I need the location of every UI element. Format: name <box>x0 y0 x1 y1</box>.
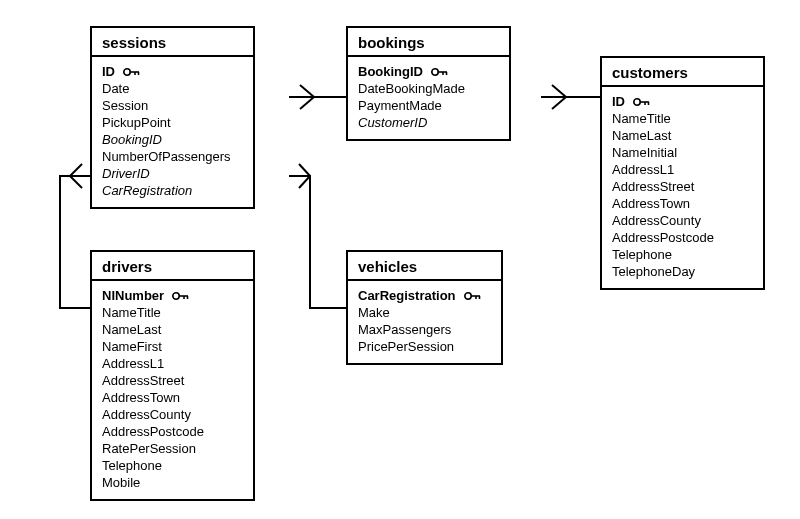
svg-line-1 <box>300 85 314 97</box>
field-addresstown: AddressTown <box>102 389 243 406</box>
field-addressl1: AddressL1 <box>102 355 243 372</box>
relationship-bookings-customers <box>541 85 600 109</box>
key-icon <box>431 67 449 77</box>
field-driverid: DriverID <box>102 165 243 182</box>
key-icon <box>464 291 482 301</box>
field-telephone: Telephone <box>102 457 243 474</box>
svg-point-22 <box>173 292 179 298</box>
field-nametitle: NameTitle <box>612 110 753 127</box>
relationship-sessions-drivers <box>60 164 90 308</box>
field-telephoneday: TelephoneDay <box>612 263 753 280</box>
entity-bookings: bookings BookingID DateBookingMade Payme… <box>346 26 511 141</box>
field-addressstreet: AddressStreet <box>612 178 753 195</box>
entity-body: BookingID DateBookingMade PaymentMade Cu… <box>348 57 509 139</box>
svg-line-7 <box>299 164 310 176</box>
field-nametitle: NameTitle <box>102 304 243 321</box>
svg-line-9 <box>70 164 82 176</box>
svg-line-5 <box>552 97 566 109</box>
field-addressstreet: AddressStreet <box>102 372 243 389</box>
svg-point-14 <box>432 68 438 74</box>
svg-point-26 <box>464 292 470 298</box>
field-carregistration: CarRegistration <box>358 287 491 304</box>
field-date: Date <box>102 80 243 97</box>
field-pickuppoint: PickupPoint <box>102 114 243 131</box>
entity-title: customers <box>602 58 763 87</box>
entity-body: NINumber NameTitle NameLast NameFirst Ad… <box>92 281 253 499</box>
entity-body: CarRegistration Make MaxPassengers Price… <box>348 281 501 363</box>
svg-point-18 <box>634 98 640 104</box>
entity-title: vehicles <box>348 252 501 281</box>
entity-title: drivers <box>92 252 253 281</box>
key-icon <box>172 291 190 301</box>
field-mobile: Mobile <box>102 474 243 491</box>
relationship-sessions-vehicles <box>289 164 346 308</box>
field-namelast: NameLast <box>612 127 753 144</box>
entity-title: sessions <box>92 28 253 57</box>
field-carregistration: CarRegistration <box>102 182 243 199</box>
svg-line-2 <box>300 97 314 109</box>
entity-sessions: sessions ID Date Session PickupPoint Boo… <box>90 26 255 209</box>
entity-customers: customers ID NameTitle NameLast NameInit… <box>600 56 765 290</box>
relationship-sessions-bookings <box>289 85 346 109</box>
field-namefirst: NameFirst <box>102 338 243 355</box>
field-addresscounty: AddressCounty <box>102 406 243 423</box>
svg-line-6 <box>299 176 310 188</box>
entity-drivers: drivers NINumber NameTitle NameLast Name… <box>90 250 255 501</box>
field-numberofpassengers: NumberOfPassengers <box>102 148 243 165</box>
entity-body: ID NameTitle NameLast NameInitial Addres… <box>602 87 763 288</box>
field-customerid: CustomerID <box>358 114 499 131</box>
field-telephone: Telephone <box>612 246 753 263</box>
svg-point-10 <box>124 68 130 74</box>
key-icon <box>633 97 651 107</box>
field-bookingid: BookingID <box>102 131 243 148</box>
field-bookingid: BookingID <box>358 63 499 80</box>
field-session: Session <box>102 97 243 114</box>
field-addressl1: AddressL1 <box>612 161 753 178</box>
field-id: ID <box>102 63 243 80</box>
field-make: Make <box>358 304 491 321</box>
field-maxpassengers: MaxPassengers <box>358 321 491 338</box>
field-addresspostcode: AddressPostcode <box>102 423 243 440</box>
entity-title: bookings <box>348 28 509 57</box>
key-icon <box>123 67 141 77</box>
entity-body: ID Date Session PickupPoint BookingID Nu… <box>92 57 253 207</box>
field-namelast: NameLast <box>102 321 243 338</box>
field-addresscounty: AddressCounty <box>612 212 753 229</box>
field-datebookingmade: DateBookingMade <box>358 80 499 97</box>
field-pricepersession: PricePerSession <box>358 338 491 355</box>
svg-line-8 <box>70 176 82 188</box>
field-addresspostcode: AddressPostcode <box>612 229 753 246</box>
field-ratepersession: RatePerSession <box>102 440 243 457</box>
field-paymentmade: PaymentMade <box>358 97 499 114</box>
field-addresstown: AddressTown <box>612 195 753 212</box>
entity-vehicles: vehicles CarRegistration Make MaxPasseng… <box>346 250 503 365</box>
field-nameinitial: NameInitial <box>612 144 753 161</box>
svg-line-4 <box>552 85 566 97</box>
field-id: ID <box>612 93 753 110</box>
field-ninumber: NINumber <box>102 287 243 304</box>
